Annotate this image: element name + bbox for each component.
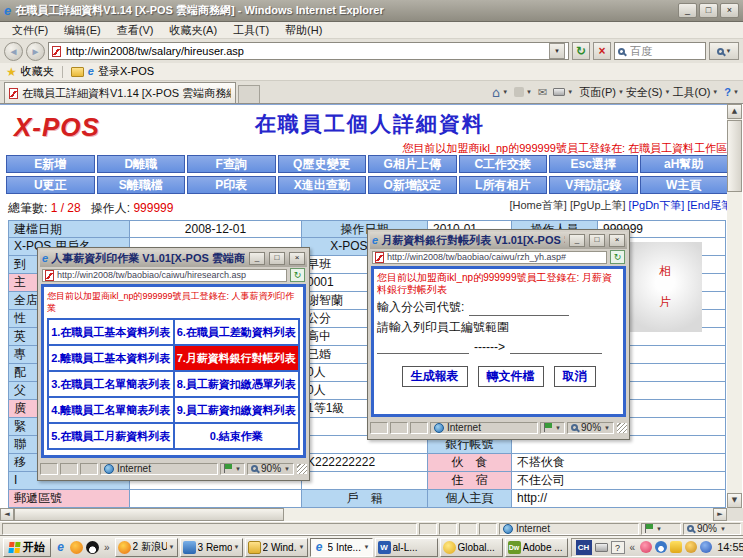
function-button[interactable]: C工作交接 [459,155,548,173]
report-menu-item[interactable]: 8.員工薪資扣繳憑單列表 [174,371,300,397]
report-menu-item[interactable]: 1.在職員工基本資料列表 [48,319,174,345]
back-button[interactable]: ◄ [4,42,23,61]
taskbar-button[interactable]: Wal-L... [375,538,438,557]
function-button[interactable]: W主頁 [640,176,729,194]
refresh-button[interactable]: ↻ [572,42,590,60]
taskbar-button[interactable]: 2 Wind...▼ [245,538,308,557]
bank-window-title-bar[interactable]: e 月薪資料銀行對帳列表 V1.01[X-POS 雲端商務... _ □ × [370,232,627,249]
taskbar-button-dropdown-icon[interactable]: ▼ [299,544,305,550]
function-button[interactable]: P印表 [187,176,276,194]
scroll-thumb[interactable] [14,508,284,521]
tray-chevron[interactable]: « [628,542,638,553]
function-button[interactable]: O新增設定 [368,176,457,194]
security-shield-icon[interactable] [670,541,682,553]
report-menu-item[interactable]: 4.離職員工名單簡表列表 [48,397,174,423]
ie-icon[interactable]: e [54,541,67,554]
help-tray-icon[interactable]: ? [611,541,625,554]
messenger-icon[interactable] [700,541,712,553]
language-indicator[interactable]: CH [576,540,592,555]
qq-icon[interactable] [86,541,99,554]
printer-tray-icon[interactable] [595,543,608,552]
qq-tray-icon[interactable] [655,541,667,553]
function-button[interactable]: V拜訪記錄 [549,176,638,194]
taskbar-button-dropdown-icon[interactable]: ▼ [364,544,370,550]
menu-item[interactable]: 编辑(E) [56,23,109,38]
stop-button[interactable]: × [593,42,611,60]
help-button[interactable]: ?▼ [724,86,739,98]
forward-button[interactable]: ► [26,42,45,61]
range-end-input[interactable] [510,339,602,354]
horizontal-scrollbar[interactable]: ◄ ► [0,508,743,521]
generate-report-button[interactable]: 生成報表 [402,366,468,387]
taskbar-button[interactable]: e5 Inte...▼ [310,538,373,557]
range-start-input[interactable] [377,339,469,354]
coin-icon[interactable] [685,541,697,553]
minimize-button[interactable]: _ [249,252,265,265]
record-nav-link[interactable]: [Home首筆] [509,199,566,211]
minimize-button[interactable]: _ [569,234,585,247]
menu-item[interactable]: 收藏夹(A) [161,23,225,38]
branch-code-input[interactable] [469,301,569,316]
report-menu-item[interactable]: 3.在職員工名單簡表列表 [48,371,174,397]
menu-item[interactable]: 帮助(H) [277,23,330,38]
taskbar-button[interactable]: 2 新浪UC▼ [115,538,178,557]
command-item[interactable]: 安全(S)▼ [626,85,671,100]
taskbar-button-dropdown-icon[interactable]: ▼ [169,544,175,550]
scroll-thumb[interactable] [727,120,742,192]
search-input[interactable] [628,44,702,58]
minimize-button[interactable]: _ [678,3,697,18]
menu-item[interactable]: 工具(T) [225,23,277,38]
record-nav-link[interactable]: [PgDn下筆] [626,199,685,211]
search-options-button[interactable]: ▼ [709,42,739,60]
scroll-left-button[interactable]: ◄ [0,508,14,521]
resize-grip[interactable] [297,464,307,474]
report-menu-item[interactable]: 9.員工薪資扣繳資料列表 [174,397,300,423]
export-file-button[interactable]: 轉文件檔 [478,366,544,387]
uc-messenger-icon[interactable] [640,541,652,553]
function-button[interactable]: L所有相片 [459,176,548,194]
function-button[interactable]: D離職 [97,155,186,173]
function-button[interactable]: Q歷史變更 [278,155,367,173]
report-menu-item[interactable]: 5.在職員工月薪資料列表 [48,423,174,449]
new-tab-button[interactable] [238,85,260,103]
function-button[interactable]: aH幫助 [640,155,729,173]
print-button[interactable]: ▼ [553,88,573,96]
function-button[interactable]: S離職檔 [97,176,186,194]
favorites-button[interactable]: 收藏夹 [21,64,54,79]
menu-item[interactable]: 查看(V) [109,23,162,38]
address-dropdown-icon[interactable]: ▼ [549,43,565,59]
address-input[interactable] [64,44,546,58]
function-button[interactable]: U更正 [6,176,95,194]
maximize-button[interactable]: □ [699,3,718,18]
close-button[interactable]: × [720,3,739,18]
go-icon[interactable]: ↻ [610,250,625,264]
close-button[interactable]: × [289,252,305,265]
function-button[interactable]: G相片上傳 [368,155,457,173]
tab-active[interactable]: 在職員工詳細資料V1.14 [X-POS 雲端商務網] [4,82,236,103]
close-button[interactable]: × [609,234,625,247]
report-menu-item[interactable]: 6.在職員工差勤資料列表 [174,319,300,345]
feeds-button[interactable]: ▼ [514,87,532,97]
record-nav-link[interactable]: [PgUp上筆] [567,199,626,211]
scroll-up-button[interactable]: ▲ [727,104,742,119]
favorites-link[interactable]: 登录X-POS [98,64,154,79]
uc-orange-icon[interactable] [70,541,83,554]
function-button[interactable]: Esc選擇 [549,155,638,173]
taskbar-button[interactable]: 3 Remo...▼ [180,538,243,557]
report-menu-item[interactable]: 7.月薪資料銀行對帳列表 [174,345,300,371]
taskbar-button[interactable]: Global... [440,538,503,557]
report-menu-item[interactable]: 2.離職員工基本資料列表 [48,345,174,371]
maximize-button[interactable]: □ [589,234,605,247]
maximize-button[interactable]: □ [269,252,285,265]
taskbar-button-dropdown-icon[interactable]: ▼ [234,544,240,550]
zoom-control[interactable]: 90%▼ [683,523,741,535]
cancel-button[interactable]: 取消 [554,366,596,387]
command-item[interactable]: 工具(O)▼ [672,85,718,100]
home-button[interactable]: ⌂▼ [492,86,508,99]
report-menu-item[interactable]: 0.結束作業 [174,423,300,449]
read-mail-button[interactable]: ✉ [538,86,547,99]
resize-grip[interactable] [617,423,627,433]
function-button[interactable]: E新增 [6,155,95,173]
scroll-down-button[interactable]: ▼ [727,493,742,508]
function-button[interactable]: F查詢 [187,155,276,173]
